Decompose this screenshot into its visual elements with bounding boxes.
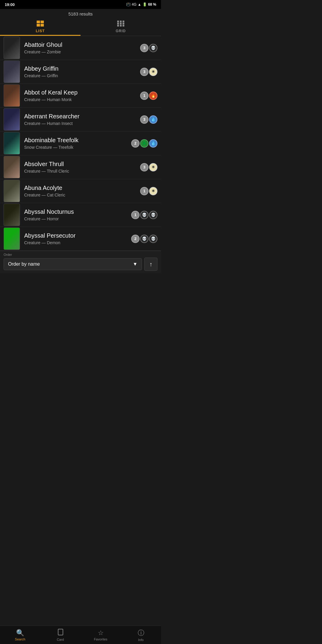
card-type: Creature — Griffin	[24, 73, 138, 78]
mana-generic-symbol: 3	[140, 68, 148, 76]
card-thumbnail	[4, 204, 20, 226]
card-thumbnail	[4, 61, 20, 83]
mana-generic-symbol: 2	[131, 235, 140, 243]
mana-generic-symbol: 2	[131, 139, 140, 148]
card-item[interactable]: Aberrant ResearcherCreature — Human Inse…	[0, 108, 161, 131]
order-value: Order by name	[8, 261, 40, 267]
status-bar: 19:00 📳 4G ▲ 🔋 68 %	[0, 0, 161, 9]
card-item[interactable]: Abyssal PersecutorCreature — Demon2💀💀	[0, 227, 161, 251]
card-cost: 2💀💀	[131, 235, 157, 243]
card-type: Creature — Demon	[24, 240, 129, 245]
card-type: Creature — Cat Cleric	[24, 193, 138, 197]
mana-generic-symbol: 3	[140, 44, 148, 52]
card-type: Snow Creature — Treefolk	[24, 145, 129, 150]
order-bar: Order Order by name ▼ ↑	[0, 251, 161, 273]
mana-generic-symbol: 1	[140, 92, 148, 100]
svg-rect-3	[41, 24, 44, 27]
results-count: 5183 results	[68, 11, 93, 16]
mana-blue-symbol: 💧	[149, 139, 157, 148]
card-thumbnail	[4, 132, 20, 154]
card-cost: 1💀💀	[131, 211, 157, 219]
mana-white-symbol: ☀	[149, 187, 157, 195]
card-thumbnail	[4, 108, 20, 131]
card-item[interactable]: Abyssal NocturnusCreature — Horror1💀💀	[0, 203, 161, 227]
mana-black-symbol: 💀	[140, 235, 148, 243]
svg-rect-2	[37, 24, 40, 27]
card-name: Abyssal Nocturnus	[24, 208, 129, 215]
card-type: Creature — Thrull Cleric	[24, 169, 138, 174]
mana-black-symbol: 💀	[140, 211, 148, 219]
card-item[interactable]: Abuna AcolyteCreature — Cat Cleric1☀	[0, 179, 161, 203]
card-name: Abattoir Ghoul	[24, 41, 138, 48]
card-type: Creature — Horror	[24, 216, 129, 221]
mana-generic-symbol: 3	[140, 163, 148, 171]
card-name: Absolver Thrull	[24, 161, 138, 168]
order-asc-button[interactable]: ↑	[144, 258, 157, 271]
mana-blue-symbol: 💧	[149, 115, 157, 124]
card-thumbnail	[4, 156, 20, 178]
mana-white-symbol: ☀	[149, 68, 157, 76]
chevron-down-icon: ▼	[133, 261, 137, 267]
card-item[interactable]: Absolver ThrullCreature — Thrull Cleric3…	[0, 155, 161, 179]
list-icon	[37, 21, 44, 28]
tab-bar: LIST GRID	[0, 18, 161, 36]
mana-generic-symbol: 3	[140, 115, 148, 124]
card-name: Aberrant Researcher	[24, 113, 138, 120]
card-name: Abominable Treefolk	[24, 137, 129, 144]
svg-rect-9	[123, 23, 124, 24]
card-name: Abbey Griffin	[24, 65, 138, 72]
tab-list[interactable]: LIST	[0, 18, 80, 36]
mana-generic-symbol: 1	[140, 187, 148, 195]
card-cost: 1☀	[140, 187, 157, 195]
mana-black-symbol: 💀	[149, 235, 157, 243]
order-select-row: Order by name ▼ ↑	[4, 258, 157, 271]
card-cost: 3☀	[140, 68, 157, 76]
svg-rect-5	[120, 21, 122, 22]
battery-icon: 🔋	[143, 2, 147, 7]
card-cost: 3💧	[140, 115, 157, 124]
svg-rect-4	[117, 21, 119, 22]
svg-rect-10	[117, 25, 119, 27]
card-type: Creature — Zombie	[24, 49, 138, 54]
sort-ascending-icon: ↑	[149, 261, 152, 268]
battery-level: 68 %	[148, 2, 156, 7]
order-dropdown[interactable]: Order by name ▼	[4, 258, 142, 270]
card-cost: 1🔥	[140, 92, 157, 100]
card-thumbnail	[4, 227, 20, 250]
svg-rect-8	[120, 23, 122, 24]
mana-red-symbol: 🔥	[149, 92, 157, 100]
svg-rect-0	[37, 21, 40, 23]
network-indicator: 📳	[126, 2, 131, 7]
card-cost: 3☀	[140, 163, 157, 171]
card-item[interactable]: Abbey GriffinCreature — Griffin3☀	[0, 60, 161, 84]
mana-white-symbol: ☀	[149, 163, 157, 171]
card-item[interactable]: Abattoir GhoulCreature — Zombie3💀	[0, 36, 161, 60]
card-type: Creature — Human Monk	[24, 97, 138, 102]
status-right: 📳 4G ▲ 🔋 68 %	[126, 2, 156, 7]
svg-rect-7	[117, 23, 119, 24]
card-cost: 2🌲💧	[131, 139, 157, 148]
tab-grid[interactable]: GRID	[80, 18, 161, 36]
mana-black-symbol: 💀	[149, 44, 157, 52]
order-label: Order	[4, 253, 157, 256]
signal-icon: ▲	[138, 2, 141, 7]
svg-rect-1	[41, 21, 44, 23]
tab-grid-label: GRID	[116, 29, 126, 33]
card-cost: 3💀	[140, 44, 157, 52]
card-type: Creature — Human Insect	[24, 121, 138, 126]
network-type: 4G	[132, 2, 137, 7]
results-bar: 5183 results	[0, 9, 161, 18]
card-thumbnail	[4, 37, 20, 59]
status-time: 19:00	[5, 2, 15, 7]
svg-rect-6	[123, 21, 124, 22]
grid-icon	[117, 21, 124, 28]
svg-rect-12	[123, 25, 124, 27]
svg-rect-11	[120, 25, 122, 27]
card-name: Abbot of Keral Keep	[24, 89, 138, 96]
mana-generic-symbol: 1	[131, 211, 140, 219]
card-item[interactable]: Abbot of Keral KeepCreature — Human Monk…	[0, 84, 161, 108]
card-list: Abattoir GhoulCreature — Zombie3💀Abbey G…	[0, 36, 161, 251]
card-name: Abuna Acolyte	[24, 185, 138, 191]
card-item[interactable]: Abominable TreefolkSnow Creature — Treef…	[0, 131, 161, 155]
card-thumbnail	[4, 84, 20, 107]
